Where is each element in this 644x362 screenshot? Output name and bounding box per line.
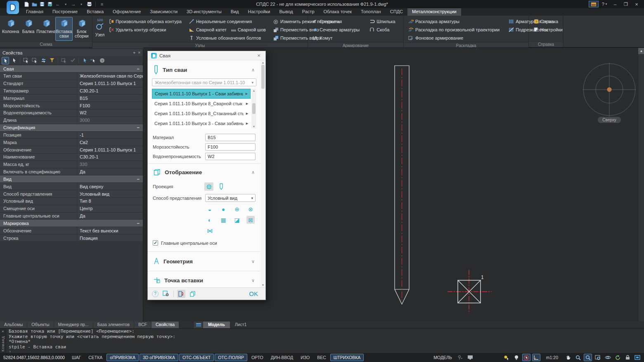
expand-arrow-icon[interactable]: ► — [244, 121, 249, 125]
orbit-icon[interactable] — [604, 354, 612, 361]
main-axes-checkbox-row[interactable]: ✓ Главные центральные оси — [153, 240, 256, 246]
pointer-select-icon[interactable] — [10, 57, 18, 64]
property-row[interactable]: СтандартСерия 1.011.1-10 Выпуск 1 — [0, 80, 143, 88]
property-row[interactable]: НаименованиеС30.20-1 — [0, 154, 143, 161]
apply-select-icon[interactable] — [69, 57, 76, 64]
property-row[interactable]: ТипоразмерС30.20-1 — [0, 88, 143, 95]
status-toggle[interactable]: оПРИВЯЗКА — [107, 354, 139, 361]
panel-tab[interactable]: Альбомы — [0, 322, 27, 328]
ribbon-tab[interactable]: Вставка — [82, 8, 108, 16]
close-button[interactable]: × — [632, 1, 642, 7]
sheet-list-icon[interactable] — [194, 322, 203, 328]
ribbon-big-button[interactable]: Балка — [19, 17, 37, 41]
panel-close-icon[interactable]: × — [138, 50, 140, 55]
section-pile-type[interactable]: Тип сваи ∧ — [148, 60, 260, 78]
new-file-icon[interactable] — [23, 1, 30, 7]
property-row[interactable]: ОбозначениеТекст без выноски — [0, 227, 143, 234]
workspace-switcher-icon[interactable] — [589, 1, 599, 7]
property-row[interactable]: ВодонепроницаемостьW2 — [0, 109, 143, 117]
group-select-icon[interactable] — [60, 57, 68, 64]
ribbon-tab[interactable]: Металлоконструкции — [407, 8, 461, 16]
ribbon-tab[interactable]: Вывод — [275, 8, 297, 16]
property-row[interactable]: Главные центральные осиДа — [0, 213, 143, 220]
ribbon-tab[interactable]: Зависимости — [145, 8, 182, 16]
pile-elevation-drawing[interactable] — [395, 66, 409, 304]
dialog-scroll-up-icon[interactable]: ▲ — [262, 61, 265, 64]
dialog-settings-icon[interactable] — [162, 290, 170, 298]
stirrup-button[interactable]: Хомут — [310, 35, 335, 41]
view-navigation-widget[interactable]: Сверху — [582, 63, 636, 123]
redo-icon[interactable]: → — [70, 1, 77, 7]
save-all-icon[interactable] — [47, 1, 53, 7]
expand-arrow-icon[interactable]: ► — [243, 92, 249, 96]
bolt-symbols-button[interactable]: Условные обозначения болтов — [187, 35, 263, 41]
property-row[interactable]: МаркаСв2 — [0, 139, 143, 146]
undo-icon[interactable]: ← — [54, 1, 61, 7]
background-reinforcement-button[interactable]: Фоновое армирование — [406, 35, 465, 41]
open-folder-icon[interactable] — [31, 1, 38, 7]
property-row[interactable]: МатериалB15 — [0, 95, 143, 102]
sheet-tab[interactable]: Модель — [203, 322, 230, 328]
pile-series-item[interactable]: Серия 1.011.1-10 Выпуск 3 - Сваи забивны… — [152, 118, 251, 128]
pile-type-dropdown[interactable]: Железобетонная свая по Серии 1.011.1-10 … — [152, 78, 256, 86]
collapse-icon[interactable]: − — [137, 66, 140, 71]
clear-selection-icon[interactable]: × — [90, 57, 97, 64]
scale-indicator[interactable]: m1:20 — [542, 355, 562, 360]
ribbon-tab[interactable]: 3D-инструменты — [182, 8, 226, 16]
expand-arrow-icon[interactable]: ► — [244, 111, 249, 116]
status-toggle[interactable]: ИЗО — [297, 354, 313, 361]
qat-customize-icon[interactable]: ≡ — [99, 1, 105, 7]
copy-properties-icon[interactable] — [189, 290, 197, 298]
sheet-tab[interactable]: Лист1 — [230, 322, 252, 328]
invert-select-icon[interactable] — [40, 57, 47, 64]
help-button[interactable]: ?Справка — [531, 19, 560, 25]
dialog-field-input[interactable] — [205, 134, 256, 141]
section-header-vid[interactable]: Вид− — [0, 175, 143, 183]
highlight-select-icon[interactable] — [81, 57, 88, 64]
list-scroll-up-icon[interactable]: ▲ — [253, 89, 256, 92]
list-scrollbar[interactable]: ▲ ▼ — [251, 89, 256, 128]
property-row[interactable]: Способ представленияУсловный вид — [0, 190, 143, 198]
dialog-title-bar[interactable]: Свая × — [148, 51, 265, 60]
ribbon-tab[interactable]: Топоплан — [356, 8, 386, 16]
section-header-specifikaciya[interactable]: Спецификация− — [0, 124, 143, 132]
fullscreen-icon[interactable] — [633, 354, 642, 361]
weld-fillet-button[interactable]: Сварной катет — [187, 27, 229, 33]
collapse-icon[interactable]: − — [137, 221, 140, 226]
symbol-type-button[interactable]: ⊠ — [246, 216, 255, 224]
command-history[interactable]: Базовая точка или [Перемещение] <Перемещ… — [6, 329, 644, 353]
pile-plan-marker[interactable]: 1 — [447, 270, 492, 313]
expand-chevron-icon[interactable]: ∨ — [251, 278, 255, 283]
property-row[interactable]: ОбозначениеСерия 1.011.1-10 Выпуск 1 — [0, 146, 143, 154]
settings-button[interactable]: Настройки — [531, 27, 565, 33]
print-icon[interactable] — [86, 1, 92, 7]
pile-series-item[interactable]: Серия 1.011.1-10 Выпуск 8_Сварной стык -… — [152, 99, 251, 109]
section-display[interactable]: Отображение ∧ — [148, 164, 260, 179]
property-row[interactable]: Длина3000 — [0, 117, 143, 124]
status-toggle[interactable]: 3D оПРИВЯЗКА — [140, 354, 178, 361]
annotation-lock-icon[interactable] — [456, 354, 464, 361]
regen-icon[interactable] — [613, 354, 622, 361]
status-toggle[interactable]: ШАГ — [69, 354, 84, 361]
crossing-select-icon[interactable] — [31, 57, 38, 64]
dialog-help-icon[interactable]: ? — [152, 291, 159, 297]
pan-lock-icon[interactable] — [623, 354, 632, 361]
symbol-type-button[interactable]: ⋈ — [206, 227, 214, 234]
panel-tab[interactable]: База элементов — [93, 322, 134, 328]
minimize-button[interactable]: – — [610, 1, 620, 7]
arbitrary-contour-trim-button[interactable]: Произвольная обрезка контура — [107, 19, 184, 25]
ribbon-tab[interactable]: Растр — [298, 8, 319, 16]
property-row[interactable]: Условный видТип 8 — [0, 198, 143, 205]
ribbon-tab[interactable]: Вид — [226, 8, 244, 16]
checkbox-checked-icon[interactable]: ✓ — [153, 240, 158, 246]
collapse-icon[interactable]: − — [137, 125, 140, 130]
delete-trim-contour-button[interactable]: Удалить контур обрезки — [107, 27, 168, 33]
ribbon-tab[interactable]: Построение — [48, 8, 82, 16]
symbol-type-button[interactable]: ◪ — [233, 216, 241, 224]
ribbon-tab[interactable]: Оформление — [108, 8, 145, 16]
status-toggle[interactable]: ДИН-ВВОД — [268, 354, 296, 361]
uzel-button[interactable]: 123 Узел — [94, 17, 106, 41]
section-header-svaya[interactable]: Свая− — [0, 65, 143, 73]
rebar-button[interactable]: Стержень — [310, 19, 342, 25]
symbol-type-button[interactable]: ▦ — [219, 216, 227, 224]
